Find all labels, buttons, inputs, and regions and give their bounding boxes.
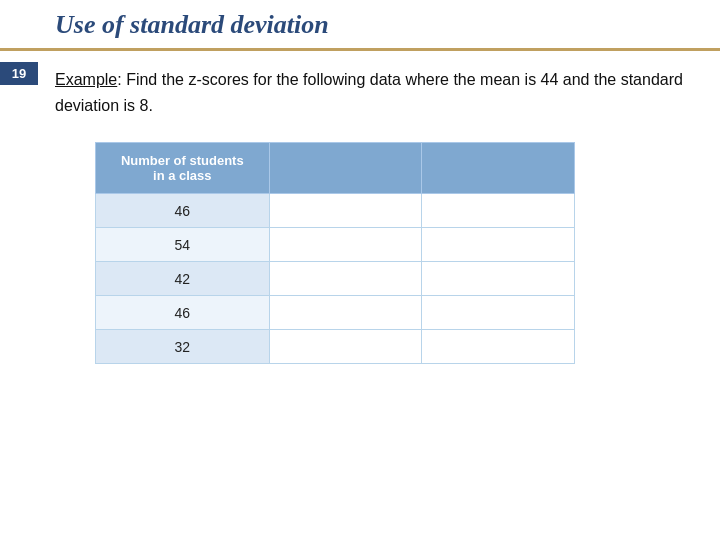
table-header-row: Number of studentsin a class — [96, 143, 575, 194]
cell-1-3 — [422, 194, 575, 228]
example-paragraph: Example: Find the z-scores for the follo… — [55, 67, 690, 118]
cell-5-2 — [269, 330, 422, 364]
cell-3-3 — [422, 262, 575, 296]
cell-2-3 — [422, 228, 575, 262]
example-label: Example — [55, 71, 117, 88]
slide-number: 19 — [0, 62, 38, 85]
table-row: 54 — [96, 228, 575, 262]
col-header-1: Number of studentsin a class — [96, 143, 270, 194]
table-row: 46 — [96, 296, 575, 330]
cell-5-3 — [422, 330, 575, 364]
cell-4-2 — [269, 296, 422, 330]
col-header-2 — [269, 143, 422, 194]
data-table: Number of studentsin a class 46 54 — [95, 142, 575, 364]
page-container: Use of standard deviation 19 Example: Fi… — [0, 0, 720, 540]
table-row: 46 — [96, 194, 575, 228]
cell-2-2 — [269, 228, 422, 262]
table-row: 32 — [96, 330, 575, 364]
cell-1-1: 46 — [96, 194, 270, 228]
table-row: 42 — [96, 262, 575, 296]
page-title: Use of standard deviation — [55, 10, 329, 39]
cell-3-2 — [269, 262, 422, 296]
cell-5-1: 32 — [96, 330, 270, 364]
cell-3-1: 42 — [96, 262, 270, 296]
table-body: 46 54 42 46 — [96, 194, 575, 364]
cell-1-2 — [269, 194, 422, 228]
cell-4-1: 46 — [96, 296, 270, 330]
table-wrapper: Number of studentsin a class 46 54 — [95, 142, 690, 364]
content-area: Example: Find the z-scores for the follo… — [0, 51, 720, 374]
example-body: : Find the z-scores for the following da… — [55, 71, 683, 114]
title-bar: Use of standard deviation — [0, 0, 720, 51]
col-header-3 — [422, 143, 575, 194]
cell-4-3 — [422, 296, 575, 330]
cell-2-1: 54 — [96, 228, 270, 262]
